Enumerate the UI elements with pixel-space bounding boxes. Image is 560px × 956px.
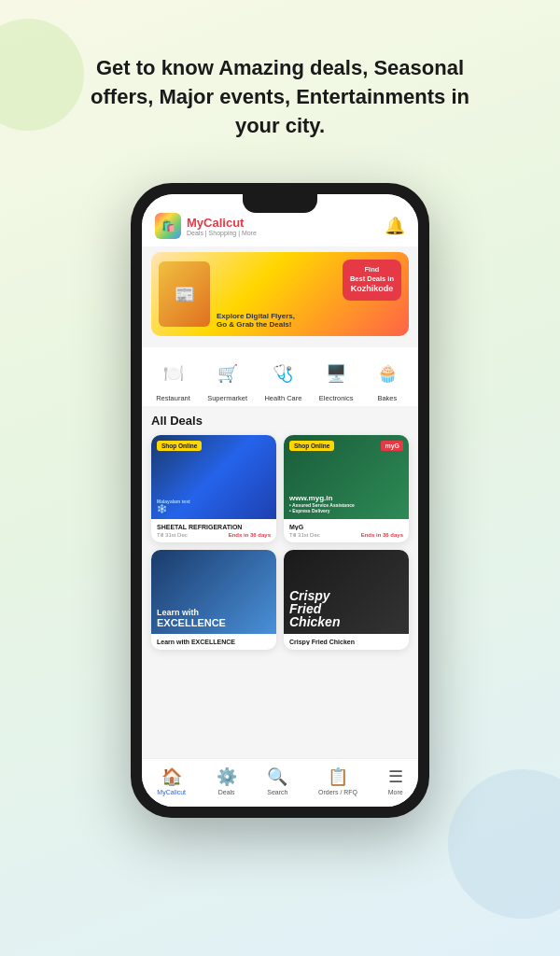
search-icon: 🔍 bbox=[267, 766, 287, 787]
nav-search-label: Search bbox=[267, 789, 287, 795]
deal-image-2: Shop Online myG www.myg.in • Assured Ser… bbox=[284, 435, 409, 519]
orders-icon: 📋 bbox=[328, 766, 348, 787]
category-bakes[interactable]: 🧁 Bakes bbox=[371, 357, 404, 402]
nav-orders[interactable]: 📋 Orders / RFQ bbox=[318, 766, 357, 795]
banner-image: 📰 bbox=[159, 261, 210, 327]
deal-date-1: Till 31st Dec bbox=[157, 532, 188, 538]
deal-img-content-4: CrispyFriedChicken bbox=[289, 589, 403, 628]
phone-mockup: 🛍️ MyCalicut Deals | Shopping | More 🔔 📰… bbox=[131, 183, 429, 818]
deal-info-3: Learn with EXCELLENCE bbox=[151, 634, 276, 650]
nav-mycalicut-label: MyCalicut bbox=[157, 789, 186, 795]
deal-img-content-1: Malayalam text ❄️ bbox=[157, 499, 271, 513]
app-logo: 🛍️ MyCalicut Deals | Shopping | More bbox=[155, 213, 257, 239]
badge-line3: Kozhikode bbox=[350, 284, 394, 295]
deal-image-1: Shop Online Malayalam text ❄️ bbox=[151, 435, 276, 519]
nav-more[interactable]: ☰ More bbox=[388, 766, 403, 795]
deal-info-1: SHEETAL REFRIGERATION Till 31st Dec Ends… bbox=[151, 519, 276, 542]
deal-meta-2: Till 31st Dec Ends in 36 days bbox=[289, 532, 403, 538]
logo-tagline: Deals | Shopping | More bbox=[187, 230, 257, 236]
category-restaurant[interactable]: 🍽️ Restaurant bbox=[156, 357, 190, 402]
category-electronics[interactable]: 🖥️ Electronics bbox=[319, 357, 354, 402]
bottom-navigation: 🏠 MyCalicut ⚙️ Deals 🔍 Search 📋 Orders /… bbox=[142, 758, 418, 807]
bakes-icon: 🧁 bbox=[371, 357, 404, 390]
deal-name-1: SHEETAL REFRIGERATION bbox=[157, 524, 271, 530]
restaurant-label: Restaurant bbox=[156, 394, 190, 402]
banner-left: 📰 bbox=[151, 254, 217, 334]
more-icon: ☰ bbox=[388, 766, 403, 787]
phone-notch bbox=[243, 194, 317, 213]
deal-date-2: Till 31st Dec bbox=[289, 532, 320, 538]
electronics-icon: 🖥️ bbox=[319, 357, 353, 390]
bell-icon[interactable]: 🔔 bbox=[385, 216, 405, 236]
nav-more-label: More bbox=[388, 789, 403, 795]
healthcare-label: Health Care bbox=[264, 394, 301, 402]
badge-line2: Best Deals in bbox=[350, 274, 394, 284]
logo-icon: 🛍️ bbox=[155, 213, 181, 239]
deal-card-4[interactable]: CrispyFriedChicken Crispy Fried Chicken bbox=[284, 550, 409, 650]
deal-card-1[interactable]: Shop Online Malayalam text ❄️ SHEETAL RE… bbox=[151, 435, 276, 542]
promo-banner[interactable]: 📰 Explore Digital Flyers, Go & Grab the … bbox=[151, 252, 409, 336]
nav-search[interactable]: 🔍 Search bbox=[267, 766, 287, 795]
logo-calicut: Calicut bbox=[203, 216, 244, 230]
nav-mycalicut[interactable]: 🏠 MyCalicut bbox=[157, 766, 186, 795]
deco-circle-bottom-right bbox=[448, 769, 560, 919]
deal-ends-1: Ends in 36 days bbox=[229, 532, 271, 538]
restaurant-icon: 🍽️ bbox=[157, 357, 190, 390]
logo-my: My bbox=[187, 216, 203, 230]
banner-line2: Go & Grab the Deals! bbox=[217, 320, 295, 329]
deals-grid: Shop Online Malayalam text ❄️ SHEETAL RE… bbox=[151, 435, 409, 650]
deal-meta-1: Till 31st Dec Ends in 36 days bbox=[157, 532, 271, 538]
deal-info-2: MyG Till 31st Dec Ends in 36 days bbox=[284, 519, 409, 542]
deal-info-4: Crispy Fried Chicken bbox=[284, 634, 409, 650]
nav-deals[interactable]: ⚙️ Deals bbox=[217, 766, 237, 795]
hero-title: Get to know Amazing deals, Seasonal offe… bbox=[37, 26, 523, 159]
supermarket-label: Supermarket bbox=[207, 394, 247, 402]
logo-name: MyCalicut bbox=[187, 216, 257, 230]
deal-image-4: CrispyFriedChicken bbox=[284, 550, 409, 634]
banner-line1: Explore Digital Flyers, bbox=[217, 312, 295, 320]
phone-screen: 🛍️ MyCalicut Deals | Shopping | More 🔔 📰… bbox=[142, 194, 418, 807]
deals-icon: ⚙️ bbox=[217, 766, 237, 787]
shop-online-badge-2: Shop Online bbox=[289, 441, 334, 451]
category-supermarket[interactable]: 🛒 Supermarket bbox=[207, 357, 247, 402]
category-healthcare[interactable]: 🩺 Health Care bbox=[264, 357, 301, 402]
shop-online-badge-1: Shop Online bbox=[157, 441, 202, 451]
deal-card-3[interactable]: Learn with EXCELLENCE Learn with EXCELLE… bbox=[151, 550, 276, 650]
bakes-label: Bakes bbox=[377, 394, 397, 402]
deal-name-3: Learn with EXCELLENCE bbox=[157, 639, 271, 645]
all-deals-section: All Deals Shop Online Malayalam text ❄️ … bbox=[142, 406, 418, 758]
categories-bar: 🍽️ Restaurant 🛒 Supermarket 🩺 Health Car… bbox=[142, 347, 418, 406]
banner-badge: Find Best Deals in Kozhikode bbox=[343, 260, 401, 300]
deal-image-3: Learn with EXCELLENCE bbox=[151, 550, 276, 634]
deal-ends-2: Ends in 36 days bbox=[361, 532, 403, 538]
electronics-label: Electronics bbox=[319, 394, 354, 402]
supermarket-icon: 🛒 bbox=[211, 357, 245, 390]
badge-line1: Find bbox=[350, 265, 394, 274]
deal-img-content-3: Learn with EXCELLENCE bbox=[157, 608, 271, 628]
home-icon: 🏠 bbox=[161, 766, 182, 787]
deal-img-content-2: www.myg.in • Assured Service Assistance … bbox=[289, 494, 403, 513]
deal-name-2: MyG bbox=[289, 524, 403, 530]
healthcare-icon: 🩺 bbox=[266, 357, 300, 390]
banner-text: Explore Digital Flyers, Go & Grab the De… bbox=[217, 312, 295, 329]
section-title: All Deals bbox=[151, 414, 409, 428]
deal-name-4: Crispy Fried Chicken bbox=[289, 639, 403, 645]
logo-text-block: MyCalicut Deals | Shopping | More bbox=[187, 216, 257, 236]
myg-badge: myG bbox=[381, 441, 403, 451]
deal-card-2[interactable]: Shop Online myG www.myg.in • Assured Ser… bbox=[284, 435, 409, 542]
nav-orders-label: Orders / RFQ bbox=[318, 789, 357, 795]
nav-deals-label: Deals bbox=[218, 789, 235, 795]
hero-section: Get to know Amazing deals, Seasonal offe… bbox=[0, 0, 560, 174]
